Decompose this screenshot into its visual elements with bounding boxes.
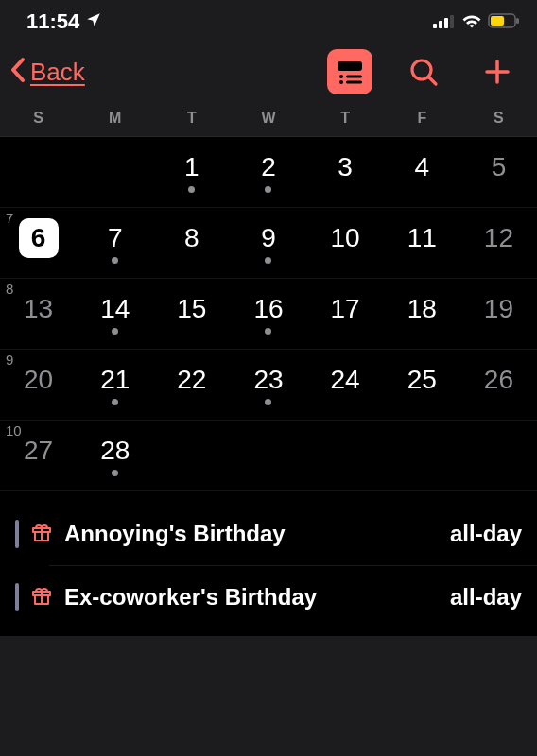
day-number: 27 bbox=[24, 438, 53, 464]
weekday-label: M bbox=[77, 110, 153, 127]
event-dot-icon bbox=[188, 186, 195, 193]
day-cell[interactable]: 11 bbox=[384, 208, 460, 278]
day-number: 25 bbox=[407, 367, 437, 393]
day-cell[interactable]: 28 bbox=[77, 421, 153, 490]
day-cell[interactable]: 8 bbox=[153, 208, 230, 278]
event-dot-icon bbox=[112, 399, 118, 405]
day-cell[interactable]: 19 bbox=[460, 279, 537, 349]
day-cell[interactable]: 17 bbox=[307, 279, 384, 349]
day-cell[interactable]: 16 bbox=[230, 279, 306, 349]
day-cell[interactable]: 23 bbox=[230, 350, 306, 420]
status-time: 11:54 bbox=[26, 9, 79, 34]
gift-icon bbox=[30, 521, 53, 547]
event-dot-icon bbox=[112, 328, 118, 335]
svg-point-8 bbox=[339, 75, 343, 78]
day-cell[interactable]: 7 bbox=[77, 208, 153, 278]
nav-right bbox=[327, 49, 520, 94]
day-number: 17 bbox=[331, 296, 360, 322]
event-item[interactable]: Ex-coworker's Birthdayall-day bbox=[0, 566, 537, 628]
event-color-bar bbox=[15, 520, 19, 548]
day-cell bbox=[307, 421, 384, 490]
day-number: 1 bbox=[184, 154, 199, 180]
day-number: 14 bbox=[100, 296, 130, 322]
day-cell[interactable]: 3 bbox=[307, 137, 384, 207]
day-cell[interactable]: 15 bbox=[153, 279, 230, 349]
weekday-label: W bbox=[230, 110, 306, 127]
day-cell bbox=[0, 137, 77, 207]
day-cell[interactable]: 22 bbox=[153, 350, 230, 420]
day-cell[interactable]: 20 bbox=[0, 350, 77, 420]
event-dot-icon bbox=[265, 399, 271, 405]
status-right bbox=[433, 9, 520, 34]
day-number-today: 6 bbox=[19, 218, 59, 258]
day-cell[interactable]: 1 bbox=[153, 137, 230, 207]
event-item[interactable]: Annoying's Birthdayall-day bbox=[0, 503, 537, 565]
svg-point-10 bbox=[339, 80, 343, 84]
day-number: 10 bbox=[331, 225, 360, 251]
day-number: 12 bbox=[484, 225, 513, 251]
day-cell[interactable]: 12 bbox=[460, 208, 537, 278]
battery-icon bbox=[488, 9, 520, 34]
day-cell[interactable]: 5 bbox=[460, 137, 537, 207]
day-number: 22 bbox=[177, 367, 206, 393]
day-number: 2 bbox=[261, 154, 276, 180]
event-title: Ex-coworker's Birthday bbox=[64, 584, 439, 610]
day-cell bbox=[384, 421, 460, 490]
day-cell bbox=[77, 137, 153, 207]
day-number: 18 bbox=[407, 296, 437, 322]
week-row: 102728 bbox=[0, 421, 537, 491]
events-list: Annoying's Birthdayall-dayEx-coworker's … bbox=[0, 495, 537, 636]
day-number: 8 bbox=[184, 225, 199, 251]
day-cell[interactable]: 4 bbox=[384, 137, 460, 207]
day-number: 16 bbox=[253, 296, 283, 322]
day-cell[interactable]: 6 bbox=[0, 208, 77, 278]
svg-rect-11 bbox=[346, 81, 362, 84]
day-cell[interactable]: 18 bbox=[384, 279, 460, 349]
weekday-label: T bbox=[307, 110, 384, 127]
event-dot-icon bbox=[265, 328, 271, 335]
day-cell[interactable]: 25 bbox=[384, 350, 460, 420]
gift-icon bbox=[30, 584, 53, 610]
day-number: 9 bbox=[261, 225, 276, 251]
day-cell[interactable]: 13 bbox=[0, 279, 77, 349]
back-button[interactable]: Back bbox=[9, 56, 85, 88]
day-number: 13 bbox=[24, 296, 53, 322]
day-number: 15 bbox=[177, 296, 206, 322]
add-button[interactable] bbox=[475, 49, 520, 94]
day-number: 23 bbox=[253, 367, 283, 393]
calendar-grid: 1234576789101112813141516171819920212223… bbox=[0, 137, 537, 495]
svg-rect-1 bbox=[439, 21, 442, 28]
day-cell bbox=[153, 421, 230, 490]
weekday-label: T bbox=[153, 110, 230, 127]
day-number: 11 bbox=[407, 225, 437, 251]
day-cell[interactable]: 9 bbox=[230, 208, 306, 278]
day-cell[interactable]: 27 bbox=[0, 421, 77, 490]
day-cell[interactable]: 26 bbox=[460, 350, 537, 420]
event-dot-icon bbox=[112, 257, 118, 264]
status-bar: 11:54 bbox=[0, 0, 537, 40]
day-cell[interactable]: 21 bbox=[77, 350, 153, 420]
weekday-label: S bbox=[0, 110, 77, 127]
wifi-icon bbox=[461, 9, 482, 34]
svg-rect-7 bbox=[338, 61, 362, 71]
week-row: 920212223242526 bbox=[0, 350, 537, 421]
status-left: 11:54 bbox=[26, 9, 102, 34]
weekday-header: S M T W T F S bbox=[0, 104, 537, 137]
day-number: 24 bbox=[331, 367, 360, 393]
day-number: 21 bbox=[100, 367, 130, 393]
chevron-left-icon bbox=[9, 56, 26, 88]
day-number: 5 bbox=[492, 154, 507, 180]
day-cell[interactable]: 24 bbox=[307, 350, 384, 420]
day-cell[interactable]: 10 bbox=[307, 208, 384, 278]
day-cell[interactable]: 14 bbox=[77, 279, 153, 349]
day-number: 28 bbox=[100, 438, 130, 464]
list-view-button[interactable] bbox=[327, 49, 372, 94]
day-cell[interactable]: 2 bbox=[230, 137, 306, 207]
day-number: 20 bbox=[24, 367, 53, 393]
weekday-label: F bbox=[384, 110, 460, 127]
event-time: all-day bbox=[450, 584, 522, 610]
search-button[interactable] bbox=[401, 49, 446, 94]
day-number: 4 bbox=[414, 154, 429, 180]
nav-bar: Back bbox=[0, 40, 537, 104]
week-row: 12345 bbox=[0, 137, 537, 208]
